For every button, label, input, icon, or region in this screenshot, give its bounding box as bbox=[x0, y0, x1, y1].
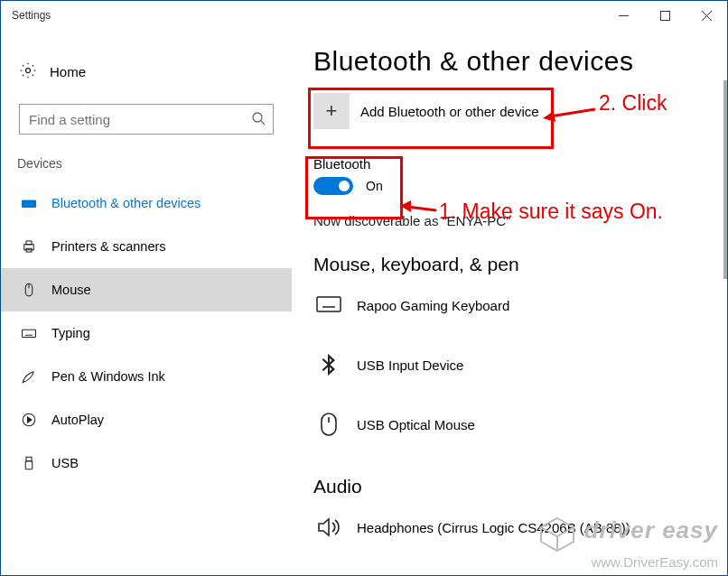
main-panel: Bluetooth & other devices + Add Bluetoot… bbox=[292, 30, 727, 575]
discoverable-status: Now discoverable as “ENYA-PC” bbox=[313, 213, 727, 228]
home-nav[interactable]: Home bbox=[1, 51, 292, 91]
bluetooth-state: On bbox=[366, 179, 383, 193]
device-label: Rapoo Gaming Keyboard bbox=[357, 298, 509, 313]
add-device-button[interactable]: + Add Bluetooth or other device bbox=[313, 93, 727, 129]
sidebar-item-pen[interactable]: Pen & Windows Ink bbox=[1, 355, 292, 398]
svg-rect-24 bbox=[317, 297, 341, 311]
svg-rect-10 bbox=[24, 245, 34, 250]
plus-icon: + bbox=[313, 93, 350, 129]
home-label: Home bbox=[50, 64, 86, 79]
device-row[interactable]: USB Optical Mouse bbox=[313, 409, 727, 440]
pen-icon bbox=[19, 368, 39, 385]
sidebar-item-label: Pen & Windows Ink bbox=[51, 369, 165, 384]
device-label: Headphones (Cirrus Logic CS4206B (AB 88)… bbox=[357, 520, 630, 535]
svg-marker-32 bbox=[319, 519, 329, 535]
sidebar-item-label: Printers & scanners bbox=[51, 239, 166, 254]
svg-rect-9 bbox=[26, 202, 28, 204]
svg-marker-21 bbox=[28, 417, 33, 423]
sidebar-item-label: Bluetooth & other devices bbox=[51, 196, 201, 210]
group-title-audio: Audio bbox=[313, 476, 727, 497]
search-icon bbox=[251, 111, 266, 128]
printer-icon bbox=[19, 238, 39, 255]
toggle-knob bbox=[339, 181, 350, 191]
bluetooth-icon bbox=[313, 349, 344, 380]
add-device-label: Add Bluetooth or other device bbox=[360, 104, 539, 119]
autoplay-icon bbox=[19, 412, 39, 428]
section-label: Devices bbox=[1, 156, 292, 171]
device-row[interactable]: Headphones (Cirrus Logic CS4206B (AB 88)… bbox=[313, 512, 727, 543]
bluetooth-toggle[interactable] bbox=[313, 177, 353, 195]
gear-icon bbox=[19, 61, 37, 82]
maximize-button[interactable] bbox=[644, 1, 686, 30]
scrollbar[interactable] bbox=[723, 80, 727, 279]
sidebar-item-printers[interactable]: Printers & scanners bbox=[1, 225, 292, 268]
group-title-mkp: Mouse, keyboard, & pen bbox=[313, 254, 727, 275]
device-row[interactable]: USB Input Device bbox=[313, 349, 727, 380]
sidebar: Home Devices Bluetooth & other devices P… bbox=[1, 30, 292, 575]
sidebar-item-label: Typing bbox=[51, 326, 90, 340]
keyboard-icon bbox=[313, 290, 344, 321]
title-bar: Settings bbox=[1, 1, 727, 30]
sidebar-item-label: AutoPlay bbox=[51, 413, 104, 427]
svg-rect-15 bbox=[23, 330, 36, 337]
sidebar-item-autoplay[interactable]: AutoPlay bbox=[1, 398, 292, 441]
sidebar-item-label: Mouse bbox=[51, 283, 91, 297]
usb-icon bbox=[19, 455, 39, 471]
window-title: Settings bbox=[12, 9, 51, 22]
device-label: USB Optical Mouse bbox=[357, 417, 475, 432]
bluetooth-devices-icon bbox=[19, 195, 39, 211]
keyboard-icon bbox=[19, 325, 39, 341]
sidebar-item-usb[interactable]: USB bbox=[1, 441, 292, 485]
svg-rect-11 bbox=[26, 241, 32, 245]
svg-line-6 bbox=[261, 121, 265, 125]
sidebar-item-mouse[interactable]: Mouse bbox=[1, 268, 292, 311]
bluetooth-label: Bluetooth bbox=[313, 156, 727, 172]
page-title: Bluetooth & other devices bbox=[313, 46, 727, 77]
sidebar-item-bluetooth[interactable]: Bluetooth & other devices bbox=[1, 181, 292, 225]
svg-point-5 bbox=[253, 113, 262, 122]
sidebar-item-label: USB bbox=[51, 456, 79, 470]
svg-rect-30 bbox=[322, 413, 336, 435]
svg-rect-23 bbox=[25, 461, 33, 469]
search-input[interactable] bbox=[29, 112, 251, 127]
device-row[interactable]: Rapoo Gaming Keyboard bbox=[313, 290, 727, 321]
svg-rect-1 bbox=[660, 11, 669, 20]
minimize-button[interactable] bbox=[602, 1, 644, 30]
speaker-icon bbox=[313, 512, 344, 543]
sidebar-item-typing[interactable]: Typing bbox=[1, 311, 292, 355]
svg-rect-22 bbox=[26, 457, 32, 461]
svg-point-4 bbox=[26, 68, 31, 72]
device-label: USB Input Device bbox=[357, 358, 463, 373]
svg-rect-8 bbox=[23, 202, 25, 204]
mouse-icon bbox=[19, 282, 39, 298]
close-button[interactable] bbox=[686, 1, 727, 30]
mouse-icon bbox=[313, 409, 344, 440]
search-box[interactable] bbox=[19, 104, 274, 135]
